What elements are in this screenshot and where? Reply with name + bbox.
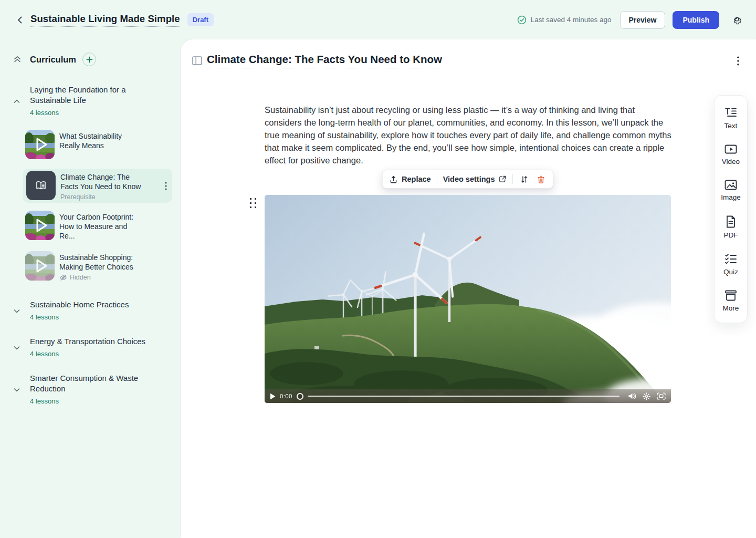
lesson-editor: Climate Change: The Facts You Need to Kn… (181, 39, 756, 538)
section-header[interactable]: Sustainable Home Practices 4 lessons (0, 299, 181, 321)
kebab-menu-icon (737, 56, 739, 66)
lesson-title: Your Carbon Footprint: How to Measure an… (59, 212, 143, 241)
lesson-item-what-sustainability[interactable]: What Sustainability Really Means (25, 128, 172, 161)
video-progress-bar[interactable] (308, 396, 620, 397)
book-icon (34, 179, 48, 192)
lesson-title: Climate Change: The Facts You Need to Kn… (60, 172, 144, 191)
move-block-button[interactable] (519, 174, 530, 185)
fullscreen-button[interactable] (657, 392, 666, 400)
video-icon (724, 144, 737, 154)
video-player[interactable]: 0:00 (265, 195, 671, 403)
curriculum-sidebar: Curriculum Laying the Foundation for a S… (0, 39, 181, 538)
publish-button[interactable]: Publish (673, 11, 719, 29)
panel-icon (192, 56, 202, 65)
lesson-options-button[interactable] (735, 54, 741, 68)
curriculum-header: Curriculum (13, 53, 96, 66)
status-badge: Draft (187, 13, 214, 26)
section-title: Laying the Foundation for a Sustainable … (30, 85, 156, 106)
chevron-down-icon (13, 386, 21, 394)
lesson-hidden-label: Hidden (59, 274, 143, 281)
lesson-options-button[interactable] (163, 180, 169, 192)
course-builder-app: Sustainable Living Made Simple Draft Las… (0, 0, 756, 538)
pdf-icon (726, 215, 736, 228)
play-button[interactable] (270, 393, 276, 400)
section-header[interactable]: Energy & Transportation Choices 4 lesson… (0, 336, 181, 358)
plus-icon (86, 56, 93, 63)
play-icon (270, 393, 276, 400)
insert-item-label: Text (724, 122, 738, 130)
lesson-item-sustainable-shopping[interactable]: Sustainable Shopping: Making Better Choi… (25, 249, 172, 283)
chevron-up-icon (13, 97, 21, 106)
curriculum-section-1: Laying the Foundation for a Sustainable … (0, 85, 181, 117)
external-link-icon (498, 175, 507, 183)
lesson-item-carbon-footprint[interactable]: Your Carbon Footprint: How to Measure an… (25, 209, 172, 243)
lesson-video-thumbnail (25, 130, 55, 159)
insert-pdf-button[interactable]: PDF (724, 215, 738, 239)
insert-content-panel: Text Video Image PDF (714, 95, 748, 323)
video-control-bar: 0:00 (265, 389, 671, 403)
add-section-button[interactable] (82, 53, 96, 66)
settings-button[interactable] (730, 13, 743, 27)
lesson-prerequisite-label: Prerequisite (60, 193, 144, 201)
curriculum-section-4: Smarter Consumption & Waste Reduction 4 … (0, 373, 181, 405)
section-title: Energy & Transportation Choices (30, 336, 156, 347)
insert-item-label: Video (722, 158, 740, 165)
image-icon (724, 180, 737, 190)
sort-arrows-icon (520, 175, 529, 184)
video-settings-gear-button[interactable] (643, 392, 650, 400)
chevron-down-icon (13, 344, 21, 352)
volume-icon (628, 392, 636, 400)
insert-item-label: More (723, 304, 739, 312)
insert-quiz-button[interactable]: Quiz (723, 253, 738, 276)
more-icon (724, 290, 737, 301)
block-drag-handle[interactable] (249, 197, 257, 209)
section-lesson-count: 4 lessons (30, 350, 156, 358)
insert-item-label: PDF (724, 231, 738, 239)
chevron-left-icon (16, 16, 24, 24)
check-circle-icon (517, 15, 527, 25)
back-button[interactable] (13, 13, 27, 27)
video-timestamp: 0:00 (280, 393, 292, 399)
lesson-item-climate-change[interactable]: Climate Change: The Facts You Need to Kn… (23, 169, 172, 203)
section-header[interactable]: Laying the Foundation for a Sustainable … (0, 85, 181, 117)
insert-item-label: Quiz (723, 268, 738, 276)
eye-off-icon (59, 274, 67, 281)
lesson-page-title[interactable]: Climate Change: The Facts You Need to Kn… (207, 53, 442, 68)
top-bar: Sustainable Living Made Simple Draft Las… (0, 0, 756, 39)
toolbar-divider (512, 174, 513, 184)
section-title: Sustainable Home Practices (30, 299, 156, 310)
kebab-menu-icon (165, 182, 167, 190)
curriculum-title: Curriculum (30, 55, 76, 65)
insert-text-button[interactable]: Text (724, 107, 738, 130)
last-saved-text: Last saved 4 minutes ago (531, 16, 612, 24)
video-scrubber-handle[interactable] (297, 393, 303, 400)
insert-image-button[interactable]: Image (721, 180, 741, 201)
sidebar-toggle-button[interactable] (190, 54, 204, 68)
lesson-video-thumbnail (25, 211, 55, 240)
gear-icon (643, 392, 650, 400)
preview-button[interactable]: Preview (620, 11, 666, 29)
volume-button[interactable] (628, 392, 636, 400)
course-title[interactable]: Sustainable Living Made Simple (30, 13, 180, 27)
gear-icon (731, 14, 742, 25)
upload-icon (389, 175, 398, 184)
insert-more-button[interactable]: More (723, 290, 739, 312)
video-settings-button[interactable]: Video settings (443, 175, 507, 183)
lesson-reading-tile (26, 171, 56, 200)
fullscreen-icon (657, 392, 666, 400)
lesson-video-thumbnail (25, 251, 55, 281)
quiz-icon (724, 253, 737, 265)
collapse-all-icon[interactable] (13, 55, 22, 64)
replace-button[interactable]: Replace (389, 175, 431, 184)
section-lesson-count: 4 lessons (30, 313, 156, 321)
section-title: Smarter Consumption & Waste Reduction (30, 373, 156, 394)
trash-icon (537, 175, 545, 184)
lesson-paragraph[interactable]: Sustainability isn’t just about recyclin… (265, 104, 673, 167)
insert-item-label: Image (721, 193, 741, 201)
section-lesson-count: 4 lessons (30, 397, 156, 405)
video-thumbnail-wind-turbines (265, 195, 671, 403)
section-header[interactable]: Smarter Consumption & Waste Reduction 4 … (0, 373, 181, 405)
delete-block-button[interactable] (536, 174, 547, 185)
insert-video-button[interactable]: Video (722, 144, 740, 165)
last-saved-status: Last saved 4 minutes ago (517, 15, 612, 25)
